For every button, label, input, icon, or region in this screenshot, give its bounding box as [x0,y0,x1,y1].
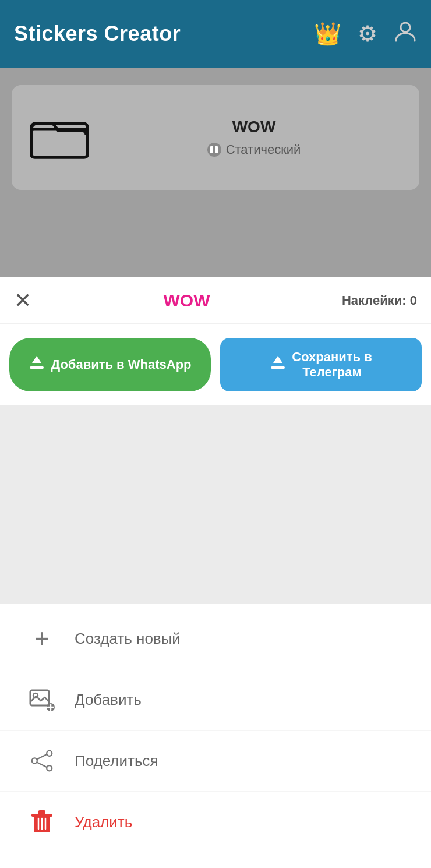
app-header: Stickers Creator 👑 ⚙ [0,0,431,68]
create-new-label: Создать новый [75,630,181,648]
pack-name-label: WOW [163,291,210,310]
svg-point-13 [47,765,52,771]
sticker-count: Наклейки: 0 [342,293,417,308]
upload-icon-telegram [270,355,286,375]
button-row: Добавить в WhatsApp Сохранить вТелеграм [0,324,431,405]
svg-rect-3 [30,366,44,369]
create-new-item[interactable]: + Создать новый [0,608,431,669]
folder-type: Статический [207,142,301,157]
save-to-telegram-button[interactable]: Сохранить вТелеграм [220,338,422,391]
user-icon[interactable] [394,20,417,48]
sticker-grid [0,405,431,604]
svg-rect-19 [38,810,45,815]
crown-icon[interactable]: 👑 [314,21,341,47]
plus-icon: + [28,624,56,652]
gear-icon[interactable]: ⚙ [358,21,377,47]
share-icon [28,747,56,775]
folder-card[interactable]: WOW Статический [12,85,419,190]
telegram-button-label: Сохранить вТелеграм [292,350,372,380]
bottom-menu: + Создать новый Добавить [0,604,431,857]
svg-marker-6 [273,356,282,363]
svg-rect-5 [271,366,285,369]
share-label: Поделиться [75,752,158,770]
delete-item[interactable]: Удалить [0,792,431,852]
preview-area: WOW Статический [0,68,431,277]
image-add-icon [28,686,56,714]
svg-line-15 [37,754,47,759]
close-button[interactable]: ✕ [14,290,31,311]
svg-point-0 [401,23,410,32]
pack-type-label: Статический [226,142,301,157]
folder-info: WOW Статический [107,118,401,157]
folder-name: WOW [232,118,276,136]
action-bar: ✕ WOW Наклейки: 0 [0,277,431,324]
app-title: Stickers Creator [14,22,181,46]
header-icons: 👑 ⚙ [314,20,417,48]
svg-rect-2 [31,129,87,157]
svg-point-14 [32,758,37,763]
delete-label: Удалить [75,813,132,831]
add-to-whatsapp-button[interactable]: Добавить в WhatsApp [9,338,211,391]
pause-icon [207,143,221,157]
svg-line-16 [37,763,47,767]
share-item[interactable]: Поделиться [0,731,431,792]
svg-point-12 [47,751,52,756]
whatsapp-button-label: Добавить в WhatsApp [51,357,191,372]
trash-icon [28,808,56,836]
add-item[interactable]: Добавить [0,669,431,731]
add-label: Добавить [75,691,142,709]
folder-icon [30,113,89,162]
svg-marker-4 [32,356,41,363]
upload-icon-whatsapp [29,355,45,375]
